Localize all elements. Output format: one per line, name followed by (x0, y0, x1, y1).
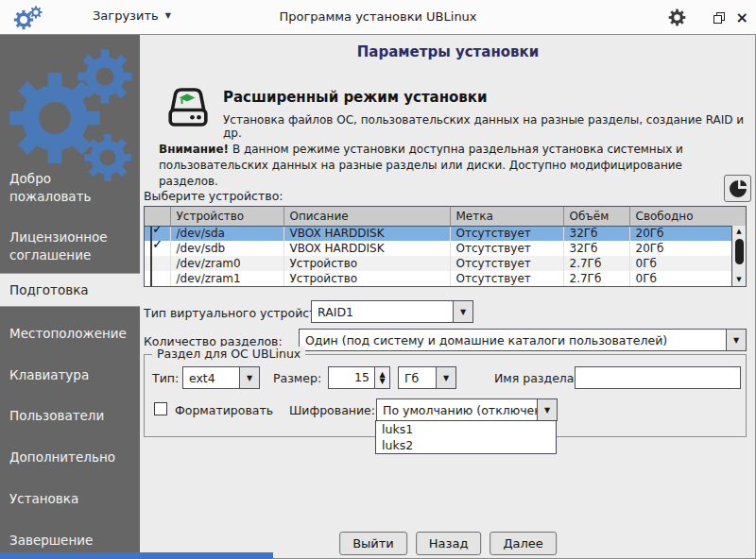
scrollbar-thumb[interactable] (735, 239, 744, 264)
pie-chart-icon (729, 179, 747, 198)
table-row-sda[interactable]: ✓ /dev/sda VBOX HARDDISK Отсутствует 32Г… (145, 226, 746, 241)
title-bar: Загрузить ▼ Программа установки UBLinux … (0, 0, 756, 35)
chevron-down-icon: ▼ (436, 367, 455, 388)
sidebar-item-preparation[interactable]: Подготовка (0, 273, 140, 307)
device-select-label: Выберите устройство: (144, 189, 284, 203)
encryption-select[interactable]: По умолчанию (отключено) ▼ (376, 398, 558, 421)
table-header-row: Устройство Описание Метка Объём Свободно (145, 207, 746, 226)
encryption-option-luks1[interactable]: luks1 (376, 421, 556, 437)
size-stepper[interactable]: 15 ▲ ▼ (328, 366, 390, 389)
col-checkbox (145, 207, 170, 226)
size-unit-select[interactable]: Гб ▼ (398, 366, 456, 389)
partition-name-input[interactable] (575, 366, 741, 389)
restore-button[interactable] (713, 12, 725, 24)
table-row-sdb[interactable]: ✓ /dev/sdb VBOX HARDDISK Отсутствует 32Г… (145, 241, 746, 256)
check-icon: ✓ (152, 226, 163, 236)
back-button[interactable]: Назад (416, 532, 482, 555)
close-button[interactable]: × (736, 11, 748, 25)
partition-name-label: Имя раздела: (494, 371, 578, 385)
mode-title: Расширенный режим установки (223, 89, 488, 106)
spin-down-icon[interactable]: ▼ (379, 378, 385, 384)
mode-description: Установка файлов ОС, пользовательских да… (223, 113, 756, 140)
type-label: Тип: (152, 371, 179, 385)
encryption-option-luks2[interactable]: luks2 (376, 437, 556, 453)
sidebar-gears-icon (0, 41, 140, 187)
col-size: Объём (563, 207, 629, 226)
chevron-down-icon: ▼ (726, 330, 746, 350)
size-label: Размер: (273, 371, 321, 385)
page-title: Параметры установки (140, 43, 756, 60)
table-scrollbar[interactable]: ▲ ▼ (731, 226, 746, 286)
device-table: Устройство Описание Метка Объём Свободно… (144, 206, 747, 287)
chevron-down-icon: ▼ (537, 399, 557, 420)
row-checkbox[interactable] (150, 256, 152, 271)
col-device: Устройство (170, 207, 284, 226)
bottom-button-row: Выйти Назад Далее (339, 532, 557, 555)
sidebar-item-advanced[interactable]: Дополнительно (0, 445, 140, 470)
chevron-down-icon: ▼ (239, 367, 259, 388)
sidebar-item-welcome[interactable]: Добро пожаловать (0, 166, 140, 210)
partition-chart-button[interactable] (724, 175, 751, 202)
sidebar-item-users[interactable]: Пользователи (0, 403, 140, 429)
encryption-dropdown-list: luks1 luks2 (375, 420, 557, 454)
encryption-label: Шифрование: (289, 403, 375, 417)
sidebar-item-finish[interactable]: Завершение (0, 528, 140, 553)
virtual-device-label: Тип виртуального устройства: (144, 306, 335, 320)
warning-text: Внимание! В данном режиме установки дост… (159, 142, 713, 190)
chevron-down-icon: ▼ (453, 301, 472, 322)
install-progress-bar (0, 552, 273, 559)
sidebar-item-license[interactable]: Лицензионное соглашение (0, 225, 140, 268)
partitions-count-select[interactable]: Один (под систему и домашние каталоги по… (299, 329, 747, 351)
check-icon: ✓ (152, 241, 163, 251)
sidebar-item-keyboard[interactable]: Клавиатура (0, 363, 140, 388)
col-label: Метка (450, 207, 563, 226)
sidebar-item-install[interactable]: Установка (0, 486, 140, 512)
exit-button[interactable]: Выйти (339, 532, 407, 555)
settings-gear-icon[interactable] (668, 8, 686, 29)
row-checkbox[interactable]: ✓ (150, 226, 152, 241)
row-checkbox[interactable] (150, 271, 152, 286)
next-button[interactable]: Далее (490, 532, 556, 555)
sidebar-item-location[interactable]: Местоположение (0, 321, 140, 347)
fs-type-select[interactable]: ext4 ▼ (182, 366, 260, 389)
col-description: Описание (284, 207, 450, 226)
main-content: Параметры установки Расширенный режим ус… (140, 35, 756, 559)
fieldset-legend: Раздел для ОС UBLinux (152, 347, 305, 361)
table-row-zram0[interactable]: /dev/zram0 Устройство Отсутствует 2.7Гб … (145, 256, 746, 271)
window-title: Программа установки UBLinux (0, 9, 756, 24)
scroll-up-icon[interactable]: ▲ (732, 226, 746, 238)
format-label: Форматировать (175, 403, 273, 417)
virtual-device-select[interactable]: RAID1 ▼ (311, 300, 473, 323)
advanced-mode-drive-icon (163, 82, 214, 136)
format-checkbox[interactable] (154, 402, 167, 415)
row-checkbox[interactable]: ✓ (150, 241, 152, 256)
col-free: Свободно (629, 207, 746, 226)
scroll-down-icon[interactable]: ▼ (732, 274, 746, 286)
sidebar: Добро пожаловать Лицензионное соглашение… (0, 35, 140, 559)
table-row-zram1[interactable]: /dev/zram1 Устройство Отсутствует 2.7Гб … (145, 271, 746, 286)
